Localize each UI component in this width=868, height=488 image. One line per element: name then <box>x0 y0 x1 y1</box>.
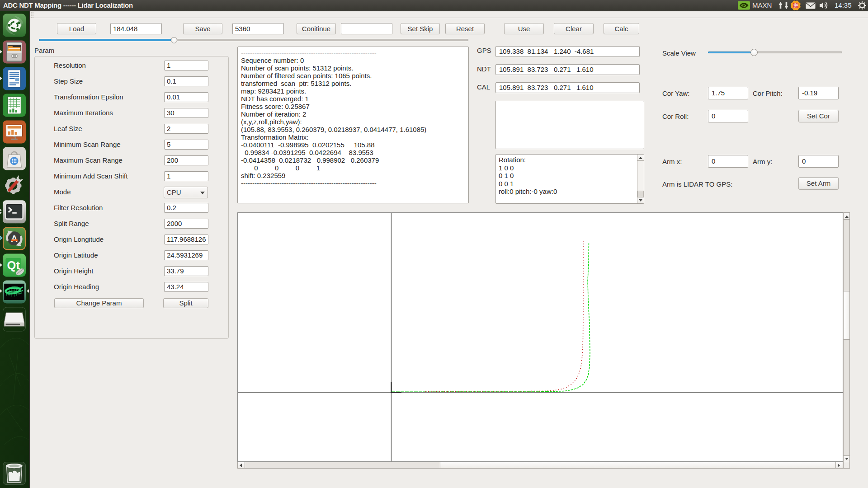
svg-text:A: A <box>11 234 18 244</box>
svg-text:拼: 拼 <box>793 3 798 8</box>
svg-text:Qt: Qt <box>7 259 20 272</box>
